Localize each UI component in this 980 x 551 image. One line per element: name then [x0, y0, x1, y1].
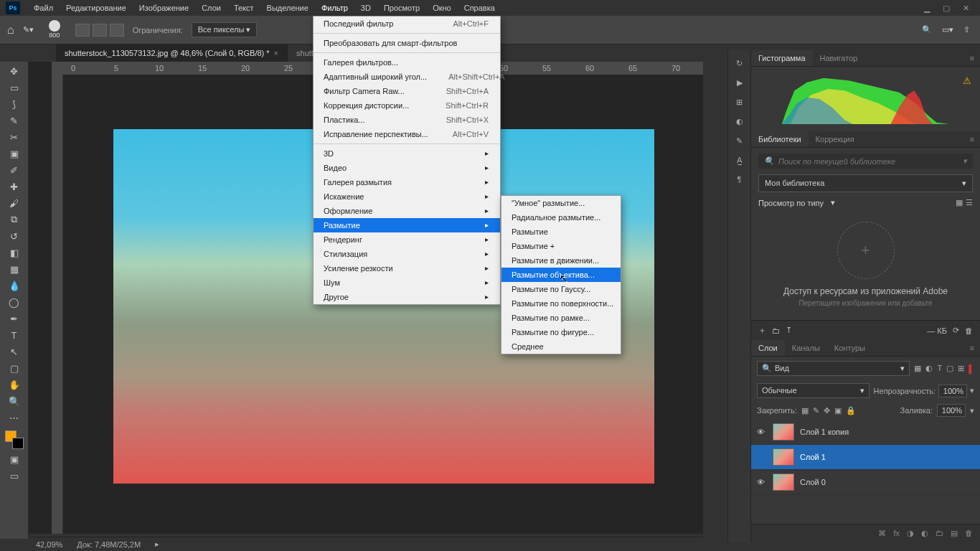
layer-item[interactable]: Слой 1 [751, 445, 980, 470]
crop-tool[interactable]: ✂ [5, 131, 24, 143]
menu-редактирование[interactable]: Редактирование [60, 1, 133, 15]
list-view-icon[interactable]: ☰ [966, 198, 973, 207]
layer-name[interactable]: Слой 1 [800, 453, 826, 461]
libraries-dropzone[interactable]: + [837, 222, 895, 279]
brush-tool[interactable]: 🖌 [5, 197, 24, 209]
lock-position-icon[interactable]: ✎ [813, 406, 819, 415]
menu-item[interactable]: Размытие [501, 225, 621, 239]
lock-artboard-icon[interactable]: ▣ [834, 406, 842, 415]
tab-corrections[interactable]: Коррекция [809, 131, 862, 147]
maximize-icon[interactable]: ▢ [943, 4, 950, 13]
menu-item[interactable]: Размытие объектива... [501, 268, 621, 282]
histogram-warning-icon[interactable]: ⚠ [963, 75, 971, 86]
history-brush-tool[interactable]: ↺ [5, 230, 24, 242]
move-tool[interactable]: ✥ [5, 65, 24, 77]
layer-thumbnail[interactable] [773, 448, 794, 466]
upload-icon[interactable]: ⤒ [786, 326, 792, 335]
menu-item[interactable]: Пластика...Shift+Ctrl+X [314, 113, 500, 127]
actions-panel-icon[interactable]: ▶ [737, 78, 743, 88]
layer-name[interactable]: Слой 0 [800, 478, 826, 486]
zoom-level[interactable]: 42,09% [36, 540, 62, 549]
menu-item[interactable]: Размытие по фигуре... [501, 325, 621, 339]
menu-item[interactable]: Фильтр Camera Raw...Shift+Ctrl+A [314, 84, 500, 98]
blur-tool[interactable]: 💧 [5, 279, 24, 292]
tab-libraries[interactable]: Библиотеки [751, 131, 809, 147]
menu-item[interactable]: Другое [314, 290, 500, 304]
menu-файл[interactable]: Файл [27, 1, 60, 15]
menu-item[interactable]: Стилизация [314, 247, 500, 261]
fill-adjustment-icon[interactable]: ◐ [921, 529, 928, 538]
edit-toolbar-icon[interactable]: ⋯ [5, 411, 24, 424]
menu-просмотр[interactable]: Просмотр [377, 1, 426, 15]
selection-add-icon[interactable] [93, 24, 107, 37]
frame-tool[interactable]: ▣ [5, 147, 24, 160]
history-panel-icon[interactable]: ↻ [736, 59, 743, 68]
menu-item[interactable]: Рендеринг [314, 232, 500, 247]
menu-item[interactable]: "Умное" размытие... [501, 196, 621, 210]
menu-item[interactable]: Преобразовать для смарт-фильтров [314, 36, 500, 50]
new-layer-icon[interactable]: ▤ [951, 529, 958, 538]
doc-size[interactable]: Док: 7,48M/25,2M [77, 540, 141, 549]
filter-smart-icon[interactable]: ⊞ [958, 364, 964, 373]
eraser-tool[interactable]: ◧ [5, 246, 24, 259]
screen-mode-icon[interactable]: ▭ [5, 469, 24, 482]
healing-tool[interactable]: ✚ [5, 180, 24, 193]
chevron-down-icon[interactable]: ▾ [970, 406, 974, 415]
adjustments-panel-icon[interactable]: ◐ [736, 117, 743, 126]
menu-item[interactable]: Галерея фильтров... [314, 55, 500, 70]
constraint-dropdown[interactable]: Все пикселы ▾ [192, 22, 258, 37]
filter-type-icon[interactable]: T [937, 364, 942, 373]
menu-item[interactable]: Шум [314, 276, 500, 290]
menu-выделение[interactable]: Выделение [260, 1, 315, 15]
search-icon[interactable]: 🔍 [922, 25, 932, 34]
tab-histogram[interactable]: Гистограмма [751, 50, 813, 66]
quick-mask-icon[interactable]: ▣ [5, 453, 24, 466]
share-icon[interactable]: ⇧ [963, 25, 970, 34]
menu-item[interactable]: Оформление [314, 204, 500, 218]
menu-item[interactable]: Адаптивный широкий угол...Alt+Shift+Ctrl… [314, 70, 500, 84]
selection-subtract-icon[interactable] [110, 24, 124, 37]
menu-item[interactable]: Искажение [314, 189, 500, 204]
opacity-input[interactable]: 100% [938, 385, 967, 397]
menu-слои[interactable]: Слои [195, 1, 227, 15]
clone-tool[interactable]: ⧉ [5, 213, 24, 226]
menu-item[interactable]: Радиальное размытие... [501, 210, 621, 225]
menu-item[interactable]: Видео [314, 161, 500, 175]
filter-adjust-icon[interactable]: ◐ [925, 364, 933, 373]
brush-preview[interactable]: 800 [42, 20, 67, 40]
menu-item[interactable]: Размытие по рамке... [501, 311, 621, 325]
hand-tool[interactable]: ✋ [5, 378, 24, 391]
menu-item[interactable]: 3D [314, 146, 500, 161]
lock-move-icon[interactable]: ✥ [824, 406, 830, 415]
menu-фильтр[interactable]: Фильтр [315, 1, 354, 15]
menu-item[interactable]: Последний фильтрAlt+Ctrl+F [314, 17, 500, 31]
chevron-right-icon[interactable]: ▸ [155, 540, 159, 549]
selection-new-icon[interactable] [75, 24, 90, 37]
close-icon[interactable]: × [274, 49, 278, 57]
tool-preset-icon[interactable]: ✎▾ [23, 25, 34, 34]
menu-окно[interactable]: Окно [426, 1, 458, 15]
menu-справка[interactable]: Справка [458, 1, 501, 15]
panel-menu-icon[interactable]: ≡ [964, 131, 980, 147]
chevron-down-icon[interactable]: ▾ [970, 386, 974, 395]
paragraph-panel-icon[interactable]: ¶ [738, 175, 742, 184]
filter-toggle[interactable]: ▌ [969, 364, 974, 373]
brushes-panel-icon[interactable]: ✎ [736, 136, 743, 146]
group-icon[interactable]: 🗀 [936, 529, 943, 538]
filter-image-icon[interactable]: ▦ [914, 364, 921, 373]
tab-paths[interactable]: Контуры [827, 340, 872, 356]
sync-icon[interactable]: ⟳ [953, 326, 959, 335]
fill-input[interactable]: 100% [937, 404, 966, 417]
grid-view-icon[interactable]: ▦ [956, 198, 963, 207]
menu-текст[interactable]: Текст [227, 1, 260, 15]
layer-thumbnail[interactable] [773, 474, 794, 491]
layer-item[interactable]: 👁Слой 0 [751, 470, 980, 495]
layer-mask-icon[interactable]: ◑ [907, 529, 914, 538]
eyedropper-tool[interactable]: ✐ [5, 164, 24, 176]
menu-item[interactable]: Исправление перспективы...Alt+Ctrl+V [314, 127, 500, 141]
trash-icon[interactable]: 🗑 [965, 326, 973, 335]
visibility-icon[interactable]: 👁 [757, 428, 767, 436]
lock-pixels-icon[interactable]: ▦ [801, 406, 809, 415]
background-color[interactable] [12, 438, 24, 449]
add-icon[interactable]: ＋ [758, 325, 766, 336]
